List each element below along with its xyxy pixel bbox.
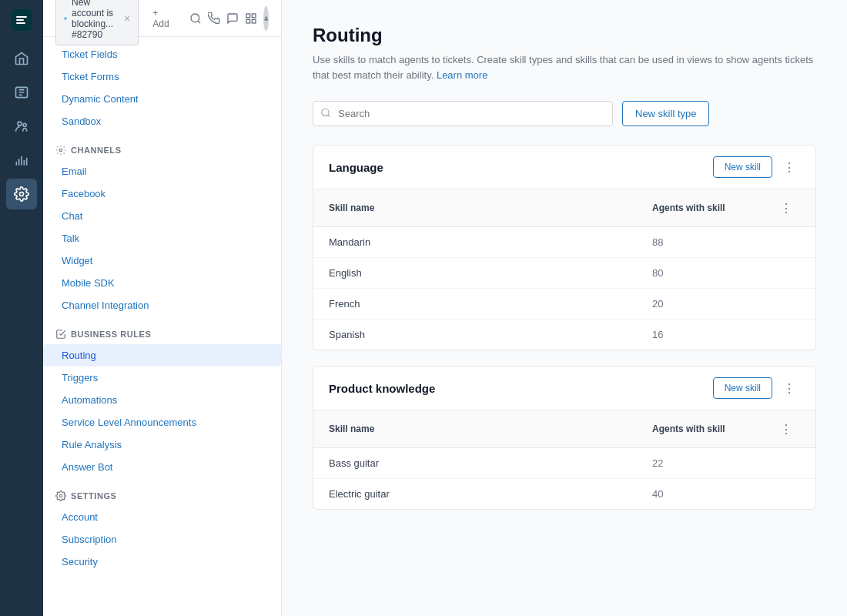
skill-name-col-header: Skill name	[329, 424, 652, 434]
svg-point-2	[18, 122, 22, 126]
svg-point-3	[23, 123, 26, 126]
business-rules-section-header: BUSINESS RULES	[43, 316, 281, 344]
learn-more-link[interactable]: Learn more	[437, 69, 487, 81]
skill-name: Mandarin	[329, 236, 652, 248]
home-icon[interactable]	[6, 43, 37, 74]
sidebar-item-facebook[interactable]: Facebook	[43, 182, 281, 205]
add-tab-button[interactable]: + Add	[145, 3, 176, 34]
language-section-title: Language	[329, 161, 383, 174]
action-col-header: ⋮	[775, 197, 800, 219]
language-more-options[interactable]: ⋮	[778, 156, 800, 178]
tab-close[interactable]: ×	[124, 13, 130, 24]
product-knowledge-section-header: Product knowledge New skill ⋮	[313, 367, 815, 410]
sidebar-item-service-level[interactable]: Service Level Announcements	[43, 411, 281, 434]
svg-rect-8	[246, 19, 250, 23]
svg-point-5	[191, 14, 199, 22]
agents-count: 20	[652, 298, 775, 310]
language-new-skill-button[interactable]: New skill	[713, 156, 772, 178]
product-knowledge-more-options[interactable]: ⋮	[778, 377, 800, 399]
search-input[interactable]	[313, 101, 613, 126]
sidebar-item-sandbox[interactable]: Sandbox	[43, 110, 281, 132]
sidebar-item-widget[interactable]: Widget	[43, 249, 281, 272]
product-knowledge-table-header: Skill name Agents with skill ⋮	[313, 410, 815, 448]
svg-rect-6	[246, 14, 250, 18]
sidebar-item-dynamic-content[interactable]: Dynamic Content	[43, 88, 281, 110]
sidebar-item-talk[interactable]: Talk	[43, 227, 281, 249]
user-avatar[interactable]	[263, 6, 269, 31]
sidebar-item-triggers[interactable]: Triggers	[43, 367, 281, 389]
search-topbar-icon[interactable]	[189, 6, 202, 31]
table-more-options[interactable]: ⋮	[775, 197, 797, 219]
language-skill-table: Skill name Agents with skill ⋮ Mandarin …	[313, 189, 815, 350]
agents-count: 16	[652, 329, 775, 340]
language-section-actions: New skill ⋮	[713, 156, 800, 178]
sidebar-item-routing[interactable]: Routing	[43, 344, 281, 367]
sidebar-item-chat[interactable]: Chat	[43, 205, 281, 227]
sidebar: New account is blocking... #82790 × + Ad…	[43, 0, 282, 616]
page-description: Use skills to match agents to tickets. C…	[313, 52, 816, 82]
sidebar-item-mobile-sdk[interactable]: Mobile SDK	[43, 272, 281, 294]
skill-name: Electric guitar	[329, 488, 652, 500]
agents-count: 22	[652, 457, 775, 469]
page-title: Routing	[313, 25, 816, 46]
main-content: Routing Use skills to match agents to ti…	[282, 0, 847, 616]
skill-name: Spanish	[329, 329, 652, 340]
settings-icon[interactable]	[6, 179, 37, 209]
action-col-header: ⋮	[775, 418, 800, 440]
channels-section-header: CHANNELS	[43, 132, 281, 160]
product-knowledge-section-title: Product knowledge	[329, 382, 435, 395]
svg-point-4	[20, 192, 24, 196]
agents-count: 80	[652, 267, 775, 279]
svg-rect-9	[252, 19, 256, 23]
svg-point-12	[59, 494, 62, 497]
product-knowledge-section: Product knowledge New skill ⋮ Skill name…	[313, 366, 816, 510]
search-wrap	[313, 101, 613, 126]
contacts-icon[interactable]	[6, 111, 37, 142]
app-logo[interactable]	[8, 6, 35, 34]
reports-icon[interactable]	[6, 145, 37, 176]
icon-bar	[0, 0, 43, 616]
grid-icon[interactable]	[245, 6, 257, 31]
language-section: Language New skill ⋮ Skill name Agents w…	[313, 145, 816, 350]
language-section-header: Language New skill ⋮	[313, 146, 815, 189]
sidebar-item-email[interactable]: Email	[43, 160, 281, 182]
agents-count: 88	[652, 236, 775, 248]
svg-rect-7	[252, 14, 256, 18]
product-knowledge-section-actions: New skill ⋮	[713, 377, 800, 399]
twitter-icon	[64, 14, 67, 23]
sidebar-item-ticket-forms[interactable]: Ticket Forms	[43, 65, 281, 88]
agents-count: 40	[652, 488, 775, 500]
svg-point-11	[59, 149, 62, 152]
chat-icon[interactable]	[226, 6, 239, 31]
svg-point-13	[322, 109, 329, 116]
tab-label: New account is blocking... #82790	[72, 0, 119, 40]
search-icon	[320, 107, 331, 120]
table-row: Bass guitar 22	[313, 448, 815, 479]
skill-name: Bass guitar	[329, 457, 652, 469]
skill-name-col-header: Skill name	[329, 203, 652, 213]
sidebar-item-security[interactable]: Security	[43, 551, 281, 573]
table-row: Mandarin 88	[313, 227, 815, 258]
sidebar-item-account[interactable]: Account	[43, 506, 281, 528]
svg-point-10	[265, 16, 266, 18]
sidebar-item-ticket-fields[interactable]: Ticket Fields	[43, 43, 281, 65]
agents-col-header: Agents with skill	[652, 424, 775, 434]
table-more-options[interactable]: ⋮	[775, 418, 797, 440]
phone-icon[interactable]	[208, 6, 220, 31]
agents-col-header: Agents with skill	[652, 203, 775, 213]
skill-name: French	[329, 298, 652, 310]
sidebar-item-automations[interactable]: Automations	[43, 389, 281, 411]
product-knowledge-new-skill-button[interactable]: New skill	[713, 377, 772, 399]
tickets-icon[interactable]	[6, 77, 37, 108]
table-row: French 20	[313, 289, 815, 320]
new-skill-type-button[interactable]: New skill type	[622, 101, 709, 126]
sidebar-item-subscription[interactable]: Subscription	[43, 528, 281, 551]
sidebar-item-channel-integration[interactable]: Channel Integration	[43, 294, 281, 316]
sidebar-item-answer-bot[interactable]: Answer Bot	[43, 456, 281, 478]
table-row: English 80	[313, 258, 815, 289]
skill-name: English	[329, 267, 652, 279]
table-row: Electric guitar 40	[313, 479, 815, 509]
language-table-header: Skill name Agents with skill ⋮	[313, 189, 815, 227]
table-row: Spanish 16	[313, 320, 815, 350]
sidebar-item-rule-analysis[interactable]: Rule Analysis	[43, 434, 281, 456]
